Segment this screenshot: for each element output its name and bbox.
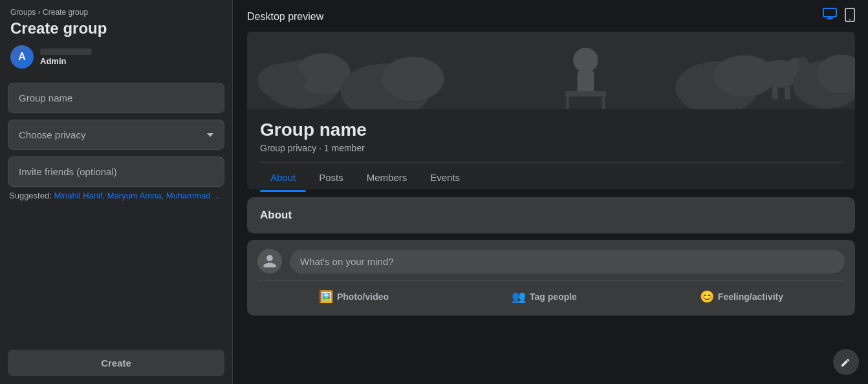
feeling-activity-action[interactable]: 😊 Feeling/activity bbox=[692, 286, 791, 308]
post-input-row: What's on your mind? bbox=[257, 249, 845, 273]
group-name-display: Group name bbox=[260, 120, 842, 140]
group-cover bbox=[247, 32, 855, 109]
preview-title: Desktop preview bbox=[247, 11, 323, 23]
privacy-select[interactable]: Choose privacy bbox=[8, 120, 224, 150]
breadcrumb-current: Create group bbox=[43, 8, 88, 17]
post-box: What's on your mind? 🖼️ Photo/video 👥 Ta… bbox=[247, 240, 855, 315]
photo-video-action[interactable]: 🖼️ Photo/video bbox=[311, 286, 396, 308]
svg-rect-17 bbox=[785, 86, 790, 100]
preview-panel: Desktop preview bbox=[234, 0, 868, 384]
content-area: About What's on your mind? 🖼️ Photo/vide… bbox=[247, 197, 855, 326]
group-info-card: Group name Group privacy · 1 member Abou… bbox=[247, 109, 855, 189]
admin-label: Admin bbox=[40, 56, 92, 66]
admin-info: Admin bbox=[40, 48, 92, 66]
admin-row: A Admin bbox=[10, 45, 222, 69]
tag-people-label: Tag people bbox=[530, 292, 577, 302]
svg-rect-16 bbox=[772, 86, 778, 100]
avatar: A bbox=[10, 45, 34, 69]
create-group-sidebar: Groups › Create group Create group A Adm… bbox=[0, 0, 233, 384]
svg-point-9 bbox=[573, 48, 598, 72]
svg-point-20 bbox=[713, 56, 776, 97]
group-meta: Group privacy · 1 member bbox=[260, 143, 842, 153]
preview-header: Desktop preview bbox=[234, 0, 868, 32]
tab-about[interactable]: About bbox=[260, 165, 306, 189]
svg-rect-0 bbox=[823, 8, 836, 17]
create-button[interactable]: Create bbox=[8, 350, 224, 376]
photo-video-icon: 🖼️ bbox=[319, 290, 333, 304]
tab-posts[interactable]: Posts bbox=[309, 165, 354, 189]
page-title: Create group bbox=[10, 19, 222, 37]
breadcrumb: Groups › Create group bbox=[10, 8, 222, 17]
privacy-label: Choose privacy bbox=[19, 129, 85, 140]
edit-button[interactable] bbox=[833, 349, 859, 375]
tag-people-action[interactable]: 👥 Tag people bbox=[504, 286, 585, 308]
svg-rect-10 bbox=[578, 70, 594, 94]
suggested-names[interactable]: Minahil Hanif, Maryum Amna, Muhammad ... bbox=[54, 191, 219, 200]
feeling-icon: 😊 bbox=[700, 290, 714, 304]
svg-rect-11 bbox=[565, 91, 606, 97]
about-card: About bbox=[247, 197, 855, 233]
form-fields: Choose privacy bbox=[0, 83, 232, 187]
invite-friends-input[interactable] bbox=[8, 156, 224, 187]
chevron-down-icon bbox=[207, 133, 213, 137]
suggested-label: Suggested: bbox=[9, 191, 52, 200]
photo-video-label: Photo/video bbox=[337, 292, 389, 302]
svg-point-8 bbox=[382, 57, 444, 101]
svg-rect-12 bbox=[567, 97, 569, 109]
desktop-preview-icon[interactable] bbox=[823, 8, 837, 25]
preview-icons bbox=[823, 8, 855, 25]
about-title: About bbox=[260, 209, 842, 222]
user-icon bbox=[262, 253, 277, 269]
post-mind-input[interactable]: What's on your mind? bbox=[290, 250, 845, 273]
tab-members[interactable]: Members bbox=[356, 165, 418, 189]
feeling-label: Feeling/activity bbox=[718, 292, 783, 302]
tab-events[interactable]: Events bbox=[420, 165, 470, 189]
admin-name-bar bbox=[40, 48, 92, 55]
svg-point-6 bbox=[257, 63, 306, 98]
post-avatar bbox=[257, 249, 282, 273]
tag-people-icon: 👥 bbox=[512, 290, 526, 304]
breadcrumb-groups[interactable]: Groups bbox=[10, 8, 36, 17]
suggested-row: Suggested: Minahil Hanif, Maryum Amna, M… bbox=[0, 187, 232, 200]
preview-content: Group name Group privacy · 1 member Abou… bbox=[234, 32, 868, 384]
sidebar-spacer bbox=[0, 200, 232, 350]
avatar-image: A bbox=[10, 45, 34, 69]
tablet-preview-icon[interactable] bbox=[845, 8, 855, 25]
svg-rect-13 bbox=[602, 97, 605, 109]
post-actions-row: 🖼️ Photo/video 👥 Tag people 😊 Feeling/ac… bbox=[257, 280, 845, 308]
breadcrumb-separator: › bbox=[38, 8, 41, 17]
svg-point-2 bbox=[849, 19, 851, 20]
group-name-input[interactable] bbox=[8, 83, 224, 113]
tabs-row: About Posts Members Events bbox=[260, 162, 842, 189]
sidebar-top: Groups › Create group Create group A Adm… bbox=[0, 0, 232, 83]
